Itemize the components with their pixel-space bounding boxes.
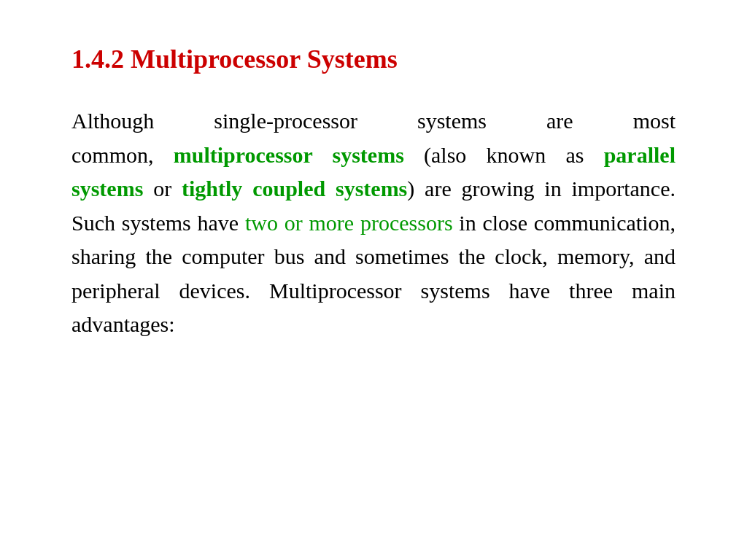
text-part3: or bbox=[143, 176, 182, 201]
slide-container: 1.4.2 Multiprocessor Systems Although si… bbox=[16, 0, 731, 386]
slide-title: 1.4.2 Multiprocessor Systems bbox=[71, 44, 676, 75]
text-multiprocessor-systems: multiprocessor systems bbox=[174, 143, 404, 167]
text-part2: (also known as bbox=[404, 143, 604, 167]
text-two-or-more: two or more processors bbox=[245, 211, 453, 235]
slide-body: Although single-processor systems are mo… bbox=[71, 104, 676, 342]
text-tightly-coupled: tightly coupled systems bbox=[182, 176, 407, 201]
